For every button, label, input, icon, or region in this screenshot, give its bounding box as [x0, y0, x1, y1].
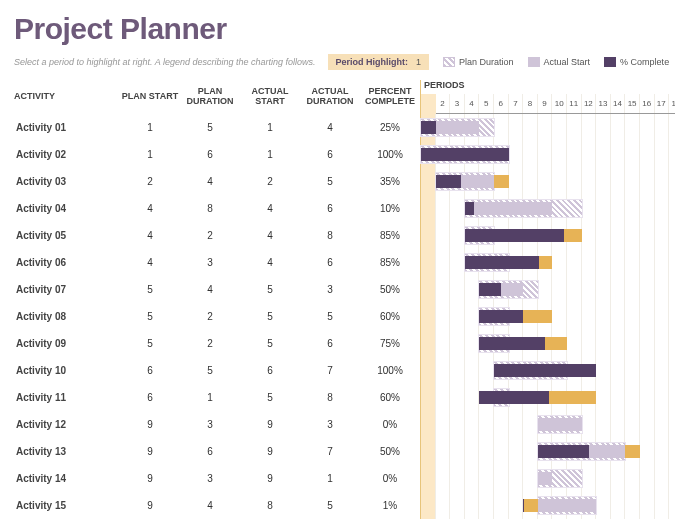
complete-bar [538, 445, 589, 458]
gantt-row [421, 168, 675, 195]
cell-percent-complete: 60% [360, 392, 420, 403]
actual-bar [538, 418, 582, 431]
period-highlight-input[interactable]: Period Highlight: 1 [328, 54, 430, 70]
cell-actual-start: 9 [240, 473, 300, 484]
table-row[interactable]: Activity 08525560% [14, 303, 420, 330]
cell-plan-start: 4 [120, 203, 180, 214]
plan-duration-swatch-icon [443, 57, 455, 67]
cell-activity: Activity 13 [14, 446, 120, 457]
table-row[interactable]: Activity 06434685% [14, 249, 420, 276]
gantt-chart: PERIODS 123456789101112131415161718 [420, 80, 675, 519]
cell-percent-complete: 0% [360, 419, 420, 430]
period-header-cell[interactable]: 12 [582, 94, 597, 113]
cell-percent-complete: 100% [360, 149, 420, 160]
top-controls-row: Select a period to highlight at right. A… [14, 54, 675, 70]
cell-plan-duration: 2 [180, 311, 240, 322]
complete-bar [479, 337, 545, 350]
col-actual-start[interactable]: ACTUAL START [240, 87, 300, 107]
periods-label: PERIODS [421, 80, 675, 94]
period-header-cell[interactable]: 16 [640, 94, 655, 113]
gantt-row [421, 411, 675, 438]
cell-actual-duration: 3 [300, 419, 360, 430]
table-row[interactable]: Activity 07545350% [14, 276, 420, 303]
subtitle: Select a period to highlight at right. A… [14, 57, 316, 67]
cell-activity: Activity 03 [14, 176, 120, 187]
period-header-cell[interactable]: 6 [494, 94, 509, 113]
period-header-cell[interactable]: 5 [479, 94, 494, 113]
cell-actual-duration: 6 [300, 257, 360, 268]
cell-actual-start: 5 [240, 311, 300, 322]
actual-bar [538, 472, 553, 485]
legend-plan-duration: Plan Duration [443, 57, 514, 67]
period-header-cell[interactable]: 14 [611, 94, 626, 113]
table-row[interactable]: Activity 04484610% [14, 195, 420, 222]
period-header-cell[interactable]: 11 [567, 94, 582, 113]
table-row[interactable]: Activity 05424885% [14, 222, 420, 249]
cell-plan-duration: 2 [180, 230, 240, 241]
actual-beyond-bar [494, 175, 509, 188]
cell-percent-complete: 60% [360, 311, 420, 322]
cell-percent-complete: 0% [360, 473, 420, 484]
cell-actual-start: 4 [240, 230, 300, 241]
table-row[interactable]: Activity 1293930% [14, 411, 420, 438]
table-row[interactable]: Activity 1594851% [14, 492, 420, 519]
period-header-row: 123456789101112131415161718 [421, 94, 675, 114]
col-actual-duration[interactable]: ACTUAL DURATION [300, 87, 360, 107]
cell-plan-start: 5 [120, 311, 180, 322]
complete-bar [436, 175, 462, 188]
cell-actual-duration: 8 [300, 230, 360, 241]
table-row[interactable]: Activity 03242535% [14, 168, 420, 195]
col-plan-duration[interactable]: PLAN DURATION [180, 87, 240, 107]
period-header-cell[interactable]: 9 [538, 94, 553, 113]
cell-actual-duration: 5 [300, 311, 360, 322]
period-header-cell[interactable]: 3 [450, 94, 465, 113]
cell-actual-start: 5 [240, 338, 300, 349]
cell-percent-complete: 85% [360, 257, 420, 268]
period-header-cell[interactable]: 10 [552, 94, 567, 113]
cell-plan-duration: 3 [180, 473, 240, 484]
cell-plan-start: 4 [120, 257, 180, 268]
period-header-cell[interactable]: 4 [465, 94, 480, 113]
complete-bar [465, 202, 474, 215]
gantt-row [421, 357, 675, 384]
period-header-cell[interactable]: 7 [509, 94, 524, 113]
gantt-row [421, 384, 675, 411]
table-row[interactable]: Activity 021616100% [14, 141, 420, 168]
complete-bar [523, 499, 524, 512]
cell-actual-duration: 1 [300, 473, 360, 484]
percent-complete-swatch-icon [604, 57, 616, 67]
cell-activity: Activity 06 [14, 257, 120, 268]
table-row[interactable]: Activity 1493910% [14, 465, 420, 492]
actual-bar [465, 202, 553, 215]
period-header-cell[interactable]: 18 [669, 94, 675, 113]
col-plan-start[interactable]: PLAN START [120, 92, 180, 102]
period-header-cell[interactable]: 2 [436, 94, 451, 113]
cell-plan-start: 1 [120, 149, 180, 160]
table-row[interactable]: Activity 01151425% [14, 114, 420, 141]
cell-actual-duration: 3 [300, 284, 360, 295]
cell-plan-start: 6 [120, 392, 180, 403]
cell-plan-start: 9 [120, 473, 180, 484]
cell-activity: Activity 12 [14, 419, 120, 430]
cell-actual-start: 9 [240, 419, 300, 430]
cell-activity: Activity 05 [14, 230, 120, 241]
table-row[interactable]: Activity 13969750% [14, 438, 420, 465]
cell-plan-start: 1 [120, 122, 180, 133]
period-header-cell[interactable]: 8 [523, 94, 538, 113]
cell-percent-complete: 35% [360, 176, 420, 187]
col-activity[interactable]: ACTIVITY [14, 92, 120, 102]
cell-plan-duration: 4 [180, 284, 240, 295]
table-row[interactable]: Activity 09525675% [14, 330, 420, 357]
cell-plan-start: 9 [120, 500, 180, 511]
period-header-cell[interactable]: 13 [596, 94, 611, 113]
col-percent-complete[interactable]: PERCENT COMPLETE [360, 87, 420, 107]
table-row[interactable]: Activity 106567100% [14, 357, 420, 384]
actual-bar [538, 499, 596, 512]
period-header-cell[interactable]: 15 [625, 94, 640, 113]
cell-actual-duration: 5 [300, 176, 360, 187]
period-header-cell[interactable]: 17 [655, 94, 670, 113]
cell-activity: Activity 09 [14, 338, 120, 349]
period-highlight-label: Period Highlight: [336, 57, 409, 67]
table-row[interactable]: Activity 11615860% [14, 384, 420, 411]
cell-plan-duration: 3 [180, 257, 240, 268]
